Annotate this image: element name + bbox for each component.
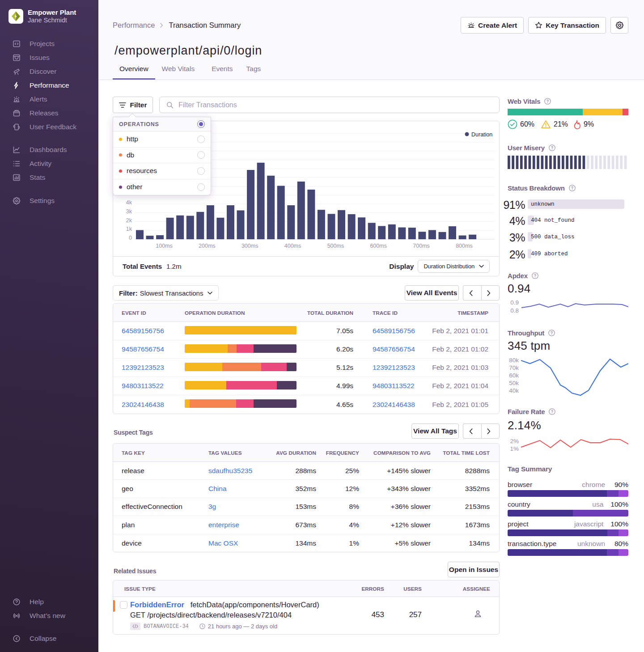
svg-text:60k: 60k [509,372,519,379]
svg-text:80k: 80k [509,357,519,364]
svg-text:600ms: 600ms [370,243,387,249]
svg-text:0.9: 0.9 [510,299,519,306]
svg-text:100ms: 100ms [156,243,173,249]
svg-text:0.8: 0.8 [510,307,519,314]
svg-text:50k: 50k [509,380,519,386]
svg-text:3k: 3k [126,208,132,215]
svg-text:400ms: 400ms [284,243,301,249]
svg-text:70k: 70k [509,364,519,371]
svg-text:700ms: 700ms [413,243,430,249]
svg-text:Duration: Duration [471,131,492,138]
svg-text:40k: 40k [509,387,519,394]
svg-text:1k: 1k [126,226,132,232]
svg-text:800ms: 800ms [456,243,473,249]
svg-text:0: 0 [129,235,132,241]
svg-text:2k: 2k [126,217,132,224]
svg-text:300ms: 300ms [242,243,258,249]
svg-text:2%: 2% [510,438,519,445]
svg-text:1%: 1% [510,445,519,452]
svg-text:500ms: 500ms [327,243,344,249]
svg-text:200ms: 200ms [199,243,216,249]
svg-text:4k: 4k [126,199,132,206]
